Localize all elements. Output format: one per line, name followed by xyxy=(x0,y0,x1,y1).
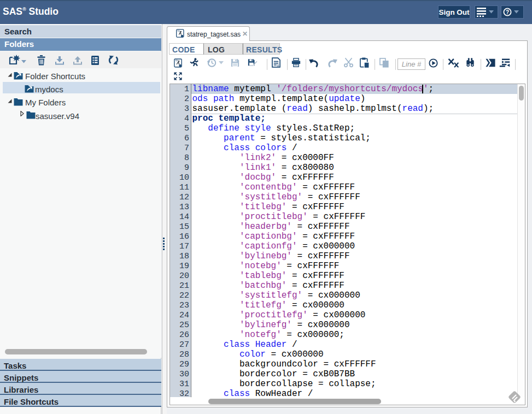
svg-text:?: ? xyxy=(506,9,509,15)
